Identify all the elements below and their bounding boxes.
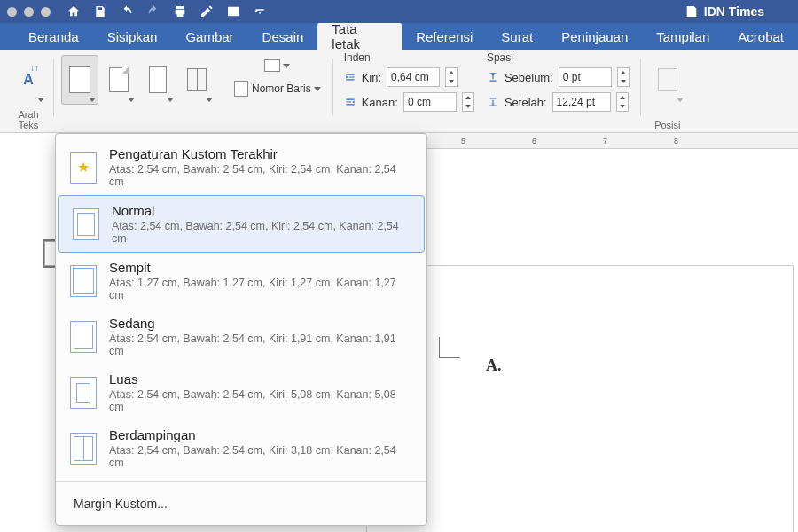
tab-acrobat[interactable]: Acrobat — [724, 23, 798, 50]
margin-thumb-icon — [70, 265, 97, 297]
margin-option-title: Normal — [112, 203, 410, 218]
tab-tampilan[interactable]: Tampilan — [642, 23, 724, 50]
space-after-icon — [487, 96, 499, 108]
margin-option-4[interactable]: LuasAtas: 2,54 cm, Bawah: 2,54 cm, Kiri:… — [56, 364, 426, 420]
save-icon[interactable] — [93, 4, 107, 19]
image-icon[interactable] — [226, 4, 240, 19]
arah-teks-label: Arah Teks — [18, 109, 38, 130]
posisi-label: Posisi — [654, 120, 680, 130]
indent-right-icon — [344, 96, 356, 108]
window-controls[interactable] — [7, 7, 51, 17]
margin-kustom-item[interactable]: Margin Kustom... — [56, 488, 426, 520]
spasi-heading: Spasi — [487, 51, 513, 64]
page[interactable] — [367, 266, 793, 532]
margin-option-0[interactable]: Pengaturan Kustom TerakhirAtas: 2,54 cm,… — [56, 139, 426, 195]
ribbon: A ↓↑ Arah Teks Nomor Baris Inden — [0, 50, 798, 133]
spasi-sebelum-spinner[interactable] — [617, 67, 630, 87]
margin-thumb-icon — [70, 321, 97, 353]
margin-option-detail: Atas: 2,54 cm, Bawah: 2,54 cm, Kiri: 2,5… — [109, 163, 412, 188]
orientation-button[interactable] — [100, 55, 137, 105]
ribbon-tabs: Beranda Sisipkan Gambar Desain Tata leta… — [0, 23, 798, 50]
tab-gambar[interactable]: Gambar — [171, 23, 247, 50]
margin-option-title: Pengaturan Kustom Terakhir — [109, 146, 412, 161]
margin-option-title: Sempit — [109, 260, 412, 275]
inden-kiri-field[interactable]: 0,64 cm — [387, 67, 440, 87]
inden-kanan-spinner[interactable] — [462, 92, 474, 112]
titlebar: IDN Times — [0, 0, 798, 23]
margin-thumb-icon — [70, 433, 97, 465]
print-icon[interactable] — [173, 4, 187, 19]
posisi-button[interactable] — [649, 55, 686, 105]
margin-option-title: Sedang — [109, 316, 412, 331]
group-breaks: Nomor Baris — [224, 53, 331, 132]
margin-option-detail: Atas: 2,54 cm, Bawah: 2,54 cm, Kiri: 5,0… — [109, 388, 412, 413]
line-numbers-label: Nomor Baris — [252, 82, 311, 95]
inden-kiri-label: Kiri: — [362, 71, 381, 84]
spasi-setelah-spinner[interactable] — [616, 92, 629, 112]
margin-thumb-icon — [70, 377, 97, 409]
word-doc-icon — [685, 4, 699, 19]
tab-desain[interactable]: Desain — [248, 23, 318, 50]
space-before-icon — [487, 71, 499, 83]
group-spasi: Spasi Sebelum: 0 pt Setelah: 12,24 pt — [487, 53, 630, 132]
edit-icon[interactable] — [200, 4, 214, 19]
document-title: IDN Times — [685, 4, 791, 19]
ruler-mark: 5 — [461, 137, 466, 145]
home-icon[interactable] — [66, 4, 81, 19]
spasi-setelah-field[interactable]: 12,24 pt — [552, 92, 611, 112]
tab-referensi[interactable]: Referensi — [402, 23, 487, 50]
margin-option-2[interactable]: SempitAtas: 1,27 cm, Bawah: 1,27 cm, Kir… — [56, 253, 426, 309]
ruler-mark: 8 — [674, 137, 678, 145]
arah-teks-button[interactable]: A ↓↑ — [10, 55, 47, 105]
group-inden: Inden Kiri: 0,64 cm Kanan: 0 cm — [344, 53, 474, 132]
margin-option-detail: Atas: 2,54 cm, Bawah: 2,54 cm, Kiri: 1,9… — [109, 332, 412, 357]
size-button[interactable] — [139, 55, 176, 105]
inden-kanan-field[interactable]: 0 cm — [403, 92, 457, 112]
margin-option-title: Luas — [109, 372, 412, 387]
margins-button[interactable] — [61, 55, 98, 105]
margin-option-detail: Atas: 2,54 cm, Bawah: 2,54 cm, Kiri: 2,5… — [112, 220, 410, 245]
tab-surat[interactable]: Surat — [487, 23, 547, 50]
columns-button[interactable] — [178, 55, 215, 105]
margin-option-title: Berdampingan — [109, 427, 412, 442]
margin-option-detail: Atas: 1,27 cm, Bawah: 1,27 cm, Kiri: 1,2… — [109, 277, 412, 301]
ruler-mark: 6 — [532, 137, 536, 145]
spasi-sebelum-label: Sebelum: — [505, 71, 553, 84]
margin-option-3[interactable]: SedangAtas: 2,54 cm, Bawah: 2,54 cm, Kir… — [56, 309, 426, 364]
margin-option-detail: Atas: 2,54 cm, Bawah: 2,54 cm, Kiri: 3,1… — [109, 444, 412, 469]
inden-kanan-label: Kanan: — [362, 96, 398, 109]
margin-thumb-icon — [73, 208, 99, 240]
line-numbers-button[interactable]: Nomor Baris — [230, 78, 325, 99]
margin-thumb-icon — [70, 152, 97, 184]
redo-icon[interactable] — [146, 4, 160, 19]
tab-peninjauan[interactable]: Peninjauan — [547, 23, 642, 50]
margin-option-5[interactable]: BerdampinganAtas: 2,54 cm, Bawah: 2,54 c… — [56, 420, 426, 476]
indent-left-icon — [344, 71, 356, 83]
tab-beranda[interactable]: Beranda — [14, 23, 93, 50]
inden-kiri-spinner[interactable] — [445, 67, 458, 87]
group-arah-teks: A ↓↑ Arah Teks — [5, 53, 51, 132]
spasi-setelah-label: Setelah: — [505, 96, 547, 109]
group-margins — [56, 53, 221, 132]
inden-heading: Inden — [344, 51, 371, 64]
tab-sisipkan[interactable]: Sisipkan — [93, 23, 172, 50]
margins-dropdown: Pengaturan Kustom TerakhirAtas: 2,54 cm,… — [55, 133, 427, 526]
spasi-sebelum-field[interactable]: 0 pt — [559, 67, 612, 87]
ruler-mark: 7 — [603, 137, 607, 145]
breaks-button[interactable] — [230, 55, 325, 76]
margin-option-1[interactable]: NormalAtas: 2,54 cm, Bawah: 2,54 cm, Kir… — [58, 195, 425, 253]
undo-icon[interactable] — [120, 4, 134, 19]
overflow-icon[interactable] — [253, 4, 267, 19]
group-posisi: Posisi — [643, 53, 692, 132]
margin-corner-mark — [439, 337, 460, 358]
tab-tata-letak[interactable]: Tata letak — [317, 23, 402, 50]
document-content[interactable]: A. — [486, 356, 502, 375]
quick-access-toolbar — [66, 4, 685, 19]
